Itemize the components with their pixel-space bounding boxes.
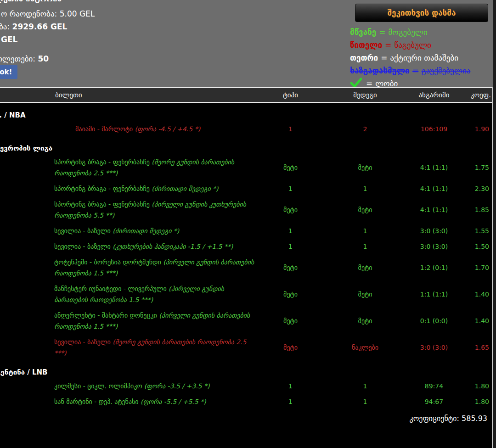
match-name: ტოტენჰემი - ბორუსია დორტმუნდი [54,258,163,266]
bet-type: 1 [259,382,321,390]
bet-score: 3:0 (3:0) [409,243,459,250]
col-header-type: ტიპი [259,91,321,99]
col-header-ticket: ბილეთი [0,91,259,99]
bet-row: სპორტინგ ბრაგა - ფენერბახჩე (პირველი გუნ… [0,196,493,223]
section-title: ევროპის ლიგა [0,142,493,154]
col-header-result: შედეგი [321,91,409,99]
bet-type: 1 [259,227,321,235]
bet-result: 1 [321,398,409,405]
bet-type: მეტი [259,164,321,171]
bet-row: სპორტინგ ბრაგა - ფენერბახჩე (ძირითადი შე… [0,181,493,196]
bet-score: 3:0 (3:0) [409,344,459,351]
total-coefficient-label: კოეფიციენტი: [410,414,459,423]
equals-sign: = [412,66,418,75]
legend-lobby: = ლობი [350,77,470,87]
info-label: ო რაოდენობა: [1,9,60,18]
bet-coef: 1.50 [459,243,493,250]
legend-term: ხაზგადასმული [350,66,409,75]
legend-term: მწვანე [350,28,376,37]
bet-row: კილმესი - ციკლ. ოლიმპიკო (ფორა -3.5 / +3… [0,378,493,394]
bet-coef: 1.80 [459,398,493,405]
col-header-coef: კოეფ. [459,91,493,99]
bet-result: 1 [321,227,409,235]
bet-coef: 1.85 [459,206,493,213]
bet-row: მანჩესტერ იუნაიტედი - ლივერპული (პირველი… [0,281,493,308]
bet-ticket: სევილია - ბაზელი (მეორე გუნდის ბარათების… [0,336,259,358]
info-value: 2929.66 GEL [12,22,68,31]
match-name: მაიამი - შარლოტი [75,125,135,133]
bet-score: 94:67 [409,398,459,405]
bet-ticket: სპორტინგ ბრაგა - ფენერბახჩე (მეორე გუნდი… [0,157,259,179]
bet-note: (ძირითადი შედეგი *) [152,185,218,192]
bet-coef: 1.75 [459,164,493,171]
bet-coef: 1.55 [459,227,493,235]
total-coefficient-value: 585.93 [462,414,487,423]
col-header-score: ანგარიში [409,91,459,99]
bet-result: 2 [321,125,409,133]
bet-row: ანდერლეხტი - შახტარი დონეცკი (პირველი გუ… [0,308,493,334]
bet-row: სპორტინგ ბრაგა - ფენერბახჩე (მეორე გუნდი… [0,154,493,181]
bet-type: 1 [259,185,321,192]
bet-score: 3:0 (3:0) [409,227,459,235]
ask-question-button[interactable]: შეკითხვის დასმა [355,4,488,22]
bet-row: სევილია - ბაზელი (ძირითადი შედეგი *)113:… [0,223,493,239]
legend-won: მწვანე = მოგებული [350,26,470,39]
min-amount-line: ო რაოდენობა: 5.00 GEL [1,9,95,18]
bet-ticket: კილმესი - ციკლ. ოლიმპიკო (ფორა -3.5 / +3… [0,381,259,392]
bet-ticket: სპორტინგ ბრაგა - ფენერბახჩე (ძირითადი შე… [0,183,259,194]
bet-result: მეტი [321,264,409,271]
legend-desc: მოგებული [388,28,427,37]
match-name: სევილია - ბაზელი [54,243,113,250]
equals-sign: = [366,79,372,87]
info-value: 50 [38,54,49,63]
bet-result: მეტი [321,317,409,325]
bet-score: 4:1 (1:1) [409,185,459,192]
bet-score: 106:109 [409,125,459,133]
tickets-count-line: ილეთები: 50 [0,54,49,63]
total-coefficient: კოეფიციენტი: 585.93 [0,414,493,423]
match-name: სან მარტინი - დეპ. ატენასი [54,398,141,405]
table-body: შ. / NBAმაიამი - შარლოტი (ფორა -4.5 / +4… [0,109,493,409]
bet-result: 1 [321,185,409,192]
legend-desc: აქტიური თამაშები [390,53,458,62]
bet-coef: 1.70 [459,264,493,271]
bet-type: მეტი [259,317,321,325]
facebook-button[interactable]: Facebook! [0,65,17,79]
bet-result: ნაკლები [321,344,409,351]
bet-type: მეტი [259,291,321,298]
bet-ticket: სევილია - ბაზელი (კუთხურების ჰანდიკაპი -… [0,241,259,252]
equals-sign: = [379,28,385,37]
check-icon [350,78,366,87]
bet-coef: 1.80 [459,382,493,390]
bet-ticket: მაიამი - შარლოტი (ფორა -4.5 / +4.5 *) [0,123,259,134]
bet-score: 89:74 [409,382,459,390]
amount-line: ბა: 2929.66 GEL [0,22,67,31]
bet-type: 1 [259,125,321,133]
bet-note: (კუთხურების ჰანდიკაპი -1.5 / +1.5 **) [113,243,233,250]
info-value: 5.00 GEL [60,9,95,18]
match-name: ანდერლეხტი - შახტარი დონეცკი [54,312,159,319]
bet-score: 4:1 (1:1) [409,206,459,213]
legend-term: თეთრი [350,53,378,62]
bet-type: მეტი [259,344,321,351]
match-name: სპორტინგ ბრაგა - ფენერბახჩე [54,185,152,192]
legend-desc: ლობი [375,79,398,87]
bet-ticket: სპორტინგ ბრაგა - ფენერბახჩე (პირველი გუნ… [0,199,259,221]
currency-line: GEL [1,35,17,44]
bet-row: ტოტენჰემი - ბორუსია დორტმუნდი (პირველი გ… [0,254,493,281]
bet-coef: 1.90 [459,125,493,133]
bet-result: მეტი [321,291,409,298]
table-header: ბილეთი ტიპი შედეგი ანგარიში კოეფ. [0,87,493,103]
match-name: სპორტინგ ბრაგა - ფენერბახჩე [54,201,152,208]
bet-ticket: ტოტენჰემი - ბორუსია დორტმუნდი (პირველი გ… [0,257,259,279]
scrollbar[interactable] [493,0,496,448]
bet-coef: 2.30 [459,185,493,192]
info-value: GEL [1,35,17,44]
bet-row: სან მარტინი - დეპ. ატენასი (ფორა -5.5 / … [0,394,493,409]
bet-ticket: ანდერლეხტი - შახტარი დონეცკი (პირველი გუ… [0,310,259,332]
bet-ticket: მანჩესტერ იუნაიტედი - ლივერპული (პირველი… [0,283,259,305]
bet-score: 0:1 (0:0) [409,317,459,325]
bet-type: მეტი [259,264,321,271]
bet-note: (ფორა -5.5 / +5.5 *) [141,398,206,405]
equals-sign: = [381,53,387,62]
